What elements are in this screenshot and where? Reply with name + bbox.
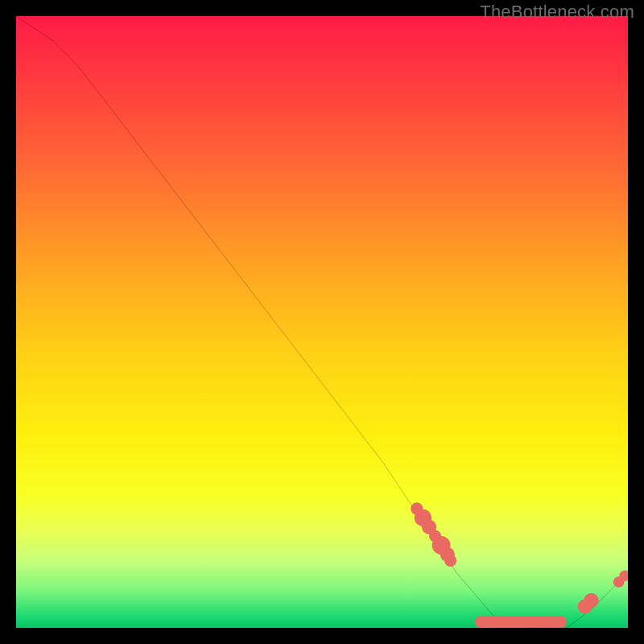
main-curve [16,16,628,628]
chart-frame: TheBottleneck.com [0,0,644,644]
marker-dot [444,555,456,567]
watermark-text: TheBottleneck.com [480,2,634,23]
curve-svg [16,16,628,628]
marker-dot [584,593,598,608]
plot-area [16,16,628,628]
scatter-markers [411,502,628,628]
marker-dot [555,616,567,628]
